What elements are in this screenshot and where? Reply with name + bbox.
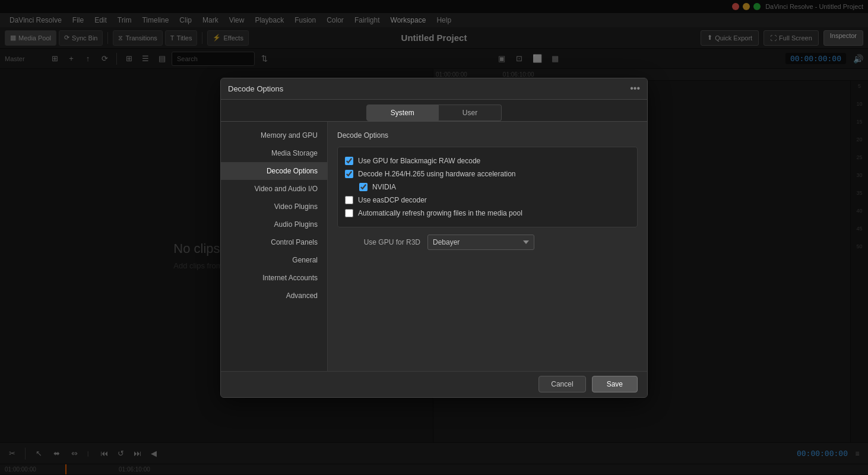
cancel-button[interactable]: Cancel <box>538 376 585 392</box>
sidebar-item-advanced[interactable]: Advanced <box>221 287 327 305</box>
checkbox-nvidia[interactable] <box>359 183 368 191</box>
checkbox-row-auto-refresh: Automatically refresh growing files in t… <box>345 207 630 220</box>
sidebar-item-control-panels[interactable]: Control Panels <box>221 233 327 251</box>
gpu-r3d-label: Use GPU for R3D <box>337 238 420 246</box>
modal-tab-user[interactable]: User <box>439 104 502 121</box>
save-button[interactable]: Save <box>592 376 638 392</box>
decode-options-modal: Decode Options ••• System User Memory an… <box>220 78 648 398</box>
modal-sidebar: Memory and GPU Media Storage Decode Opti… <box>221 122 328 371</box>
checkbox-easydcp[interactable] <box>345 196 353 204</box>
checkbox-easydcp-label: Use easDCP decoder <box>358 196 427 204</box>
modal-content-title: Decode Options <box>337 131 638 140</box>
modal-header-actions: ••• <box>630 83 640 94</box>
checkbox-gpu-blackmagic[interactable] <box>345 157 353 165</box>
checkbox-nvidia-label: NVIDIA <box>372 183 396 191</box>
modal-main: Decode Options Use GPU for Blackmagic RA… <box>328 122 647 371</box>
sidebar-item-media-storage[interactable]: Media Storage <box>221 144 327 162</box>
sidebar-item-memory-gpu[interactable]: Memory and GPU <box>221 126 327 144</box>
checkbox-h264-label: Decode H.264/H.265 using hardware accele… <box>358 170 516 178</box>
modal-title: Decode Options <box>228 84 283 93</box>
checkbox-row-h264: Decode H.264/H.265 using hardware accele… <box>345 167 630 180</box>
checkbox-row-gpu-blackmagic: Use GPU for Blackmagic RAW decode <box>345 154 630 167</box>
gpu-r3d-select[interactable]: Debayer None Full <box>427 235 534 250</box>
checkbox-gpu-blackmagic-label: Use GPU for Blackmagic RAW decode <box>358 157 480 165</box>
sidebar-item-decode-options[interactable]: Decode Options <box>221 162 327 180</box>
sidebar-item-video-audio-io[interactable]: Video and Audio I/O <box>221 180 327 198</box>
checkbox-row-nvidia: NVIDIA <box>345 180 630 194</box>
checkbox-h264-hardware[interactable] <box>345 170 353 178</box>
checkbox-auto-refresh[interactable] <box>345 209 353 217</box>
modal-more-button[interactable]: ••• <box>630 83 640 94</box>
modal-header: Decode Options ••• <box>221 78 647 100</box>
gpu-r3d-row: Use GPU for R3D Debayer None Full <box>337 235 638 250</box>
modal-body: Memory and GPU Media Storage Decode Opti… <box>221 122 647 371</box>
modal-content-box: Use GPU for Blackmagic RAW decode Decode… <box>337 147 638 227</box>
modal-tab-system[interactable]: System <box>366 104 439 121</box>
gpu-r3d-select-wrapper: Debayer None Full <box>427 235 534 250</box>
modal-footer: Cancel Save <box>221 371 647 397</box>
checkbox-row-easydcp: Use easDCP decoder <box>345 194 630 207</box>
modal-overlay: Decode Options ••• System User Memory an… <box>0 0 868 475</box>
sidebar-item-audio-plugins[interactable]: Audio Plugins <box>221 216 327 233</box>
modal-tabs: System User <box>221 100 647 122</box>
sidebar-item-general[interactable]: General <box>221 251 327 269</box>
sidebar-item-internet-accounts[interactable]: Internet Accounts <box>221 269 327 287</box>
sidebar-item-video-plugins[interactable]: Video Plugins <box>221 198 327 216</box>
checkbox-auto-refresh-label: Automatically refresh growing files in t… <box>358 209 522 217</box>
